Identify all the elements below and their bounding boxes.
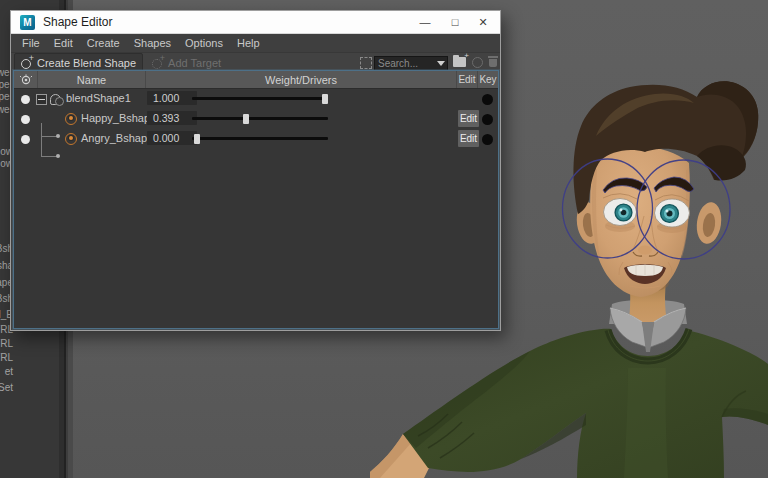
weight-slider[interactable]: [192, 97, 328, 100]
visibility-toggle[interactable]: [21, 135, 30, 144]
weight-slider[interactable]: [192, 137, 328, 140]
weight-value-field[interactable]: 0.393: [147, 111, 197, 125]
slider-handle[interactable]: [194, 134, 200, 144]
maya-app-icon: M: [20, 15, 35, 30]
weight-value-field[interactable]: 1.000: [147, 91, 197, 105]
weight-slider[interactable]: [192, 117, 328, 120]
search-box[interactable]: [374, 56, 448, 71]
edit-target-button[interactable]: Edit: [458, 110, 479, 127]
sheet-header-row: Name Weight/Drivers Edit Key: [14, 71, 498, 89]
delete-trash-icon[interactable]: [488, 56, 498, 67]
eye-icon: [19, 74, 33, 85]
outliner-item-fragment[interactable]: CTRL: [0, 352, 13, 364]
target-shape-icon: [65, 133, 77, 145]
weight-value-field[interactable]: 0.000: [147, 131, 197, 145]
search-dropdown-icon[interactable]: [437, 61, 445, 66]
key-indicator[interactable]: [482, 114, 493, 125]
menu-bar: File Edit Create Shapes Options Help: [11, 34, 500, 53]
menu-help[interactable]: Help: [230, 37, 267, 49]
maximize-button[interactable]: □: [440, 11, 470, 33]
row-label[interactable]: Happy_Bshape: [81, 112, 156, 124]
table-row-blendshape1: blendShape1 1.000: [14, 89, 498, 109]
new-group-folder-icon[interactable]: [453, 57, 466, 67]
add-target-icon: +: [152, 57, 164, 69]
target-shape-icon: [65, 113, 77, 125]
table-row-angry-bshape: Angry_Bshape 0.000 Edit: [14, 129, 498, 149]
add-target-label: Add Target: [168, 57, 221, 69]
blend-shape-sheet: Name Weight/Drivers Edit Key blendShape1: [13, 70, 499, 329]
add-target-button[interactable]: + Add Target: [146, 54, 227, 71]
key-indicator[interactable]: [482, 134, 493, 145]
shape-editor-window: M Shape Editor — □ ✕ File Edit Create Sh…: [10, 10, 501, 331]
row-label[interactable]: Angry_Bshape: [81, 132, 153, 144]
header-visibility[interactable]: [14, 71, 38, 88]
menu-shapes[interactable]: Shapes: [127, 37, 178, 49]
slider-handle[interactable]: [322, 94, 328, 104]
edit-target-button[interactable]: Edit: [458, 130, 479, 147]
slider-handle[interactable]: [243, 114, 249, 124]
sheet-rows: blendShape1 1.000 Happy_Bshape 0.393: [14, 89, 498, 149]
filter-frame-icon[interactable]: [360, 57, 372, 69]
header-key[interactable]: Key: [478, 71, 498, 88]
menu-options[interactable]: Options: [178, 37, 230, 49]
window-titlebar[interactable]: M Shape Editor — □ ✕: [11, 11, 500, 34]
outliner-item-fragment[interactable]: et: [5, 366, 13, 378]
menu-create[interactable]: Create: [80, 37, 127, 49]
collapse-toggle[interactable]: [36, 94, 47, 105]
close-button[interactable]: ✕: [468, 11, 498, 33]
ghost-icon[interactable]: [472, 57, 483, 68]
create-blend-shape-icon: +: [21, 57, 33, 69]
menu-edit[interactable]: Edit: [47, 37, 80, 49]
maya-screen: werperaperwerowowBshshaapeBshd_ETRLTRLCT…: [0, 0, 768, 478]
search-input[interactable]: [375, 58, 437, 69]
create-blend-shape-label: Create Blend Shape: [37, 57, 136, 69]
table-row-happy-bshape: Happy_Bshape 0.393 Edit: [14, 109, 498, 129]
header-edit[interactable]: Edit: [457, 71, 478, 88]
outliner-item-fragment[interactable]: TRL: [0, 338, 13, 350]
window-title: Shape Editor: [43, 15, 112, 29]
menu-file[interactable]: File: [11, 37, 47, 49]
header-weight[interactable]: Weight/Drivers: [146, 71, 457, 88]
visibility-toggle[interactable]: [21, 115, 30, 124]
minimize-button[interactable]: —: [410, 11, 440, 33]
header-name[interactable]: Name: [38, 71, 146, 88]
key-indicator[interactable]: [482, 94, 493, 105]
visibility-toggle[interactable]: [21, 95, 30, 104]
row-label[interactable]: blendShape1: [66, 92, 131, 104]
blendshape-node-icon: [50, 92, 63, 105]
tree-stub-dot: [56, 154, 60, 158]
outliner-item-fragment[interactable]: Set: [0, 382, 13, 394]
